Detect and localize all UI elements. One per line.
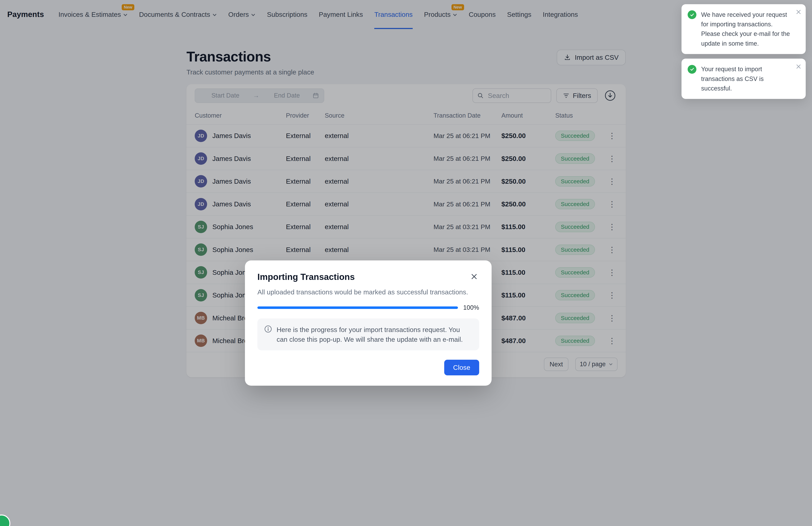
toast-close-icon[interactable] — [796, 64, 801, 69]
info-icon — [264, 325, 272, 333]
toast-notification: We have received your request for import… — [682, 4, 806, 54]
toast-close-icon[interactable] — [796, 9, 801, 15]
modal-title: Importing Transactions — [257, 272, 355, 282]
toast-notification: Your request to import transactions as C… — [682, 59, 806, 99]
toast-message: Your request to import transactions as C… — [701, 64, 800, 93]
import-progress: 100% — [257, 304, 479, 311]
modal-close-icon[interactable] — [469, 272, 479, 282]
progress-bar — [257, 306, 458, 309]
importing-transactions-modal: Importing Transactions All uploaded tran… — [245, 260, 491, 386]
modal-close-button[interactable]: Close — [444, 360, 479, 375]
modal-info-box: Here is the progress for your import tra… — [257, 318, 479, 350]
progress-fill — [257, 306, 458, 309]
modal-info-text: Here is the progress for your import tra… — [277, 325, 473, 344]
toast-stack: We have received your request for import… — [682, 4, 806, 99]
progress-percent-label: 100% — [463, 304, 479, 311]
toast-message: We have received your request for import… — [701, 10, 800, 48]
modal-description: All uploaded transactions would be marke… — [257, 288, 479, 296]
success-check-icon — [687, 65, 696, 74]
success-check-icon — [687, 10, 696, 19]
